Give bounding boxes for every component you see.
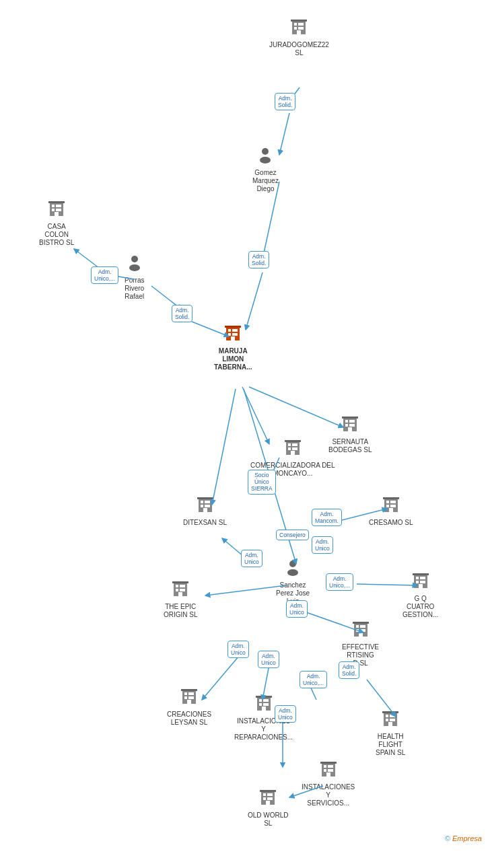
svg-rect-118 [360, 629, 363, 632]
node-sanchez-perez[interactable]: Sanchez Perez Jose Luis [276, 557, 310, 606]
badge-adm-unico-casa[interactable]: Adm.Unico,... [91, 266, 118, 284]
building-icon-effective [351, 619, 370, 641]
svg-rect-117 [356, 629, 359, 632]
badge-adm-unico-11[interactable]: Adm.Unico [286, 600, 308, 618]
node-effective-rtising[interactable]: EFFECTIVE RTISING D SL [342, 619, 379, 667]
svg-rect-71 [292, 447, 295, 450]
svg-rect-146 [392, 719, 395, 721]
svg-line-2 [279, 113, 289, 155]
label-the-epic-origin: THE EPIC ORIGIN SL [164, 603, 198, 619]
svg-rect-76 [201, 501, 203, 503]
badge-adm-mancom[interactable]: Adm.Mancom. [312, 509, 342, 526]
svg-rect-31 [298, 27, 301, 30]
svg-point-46 [131, 256, 138, 262]
building-icon-epic-origin [171, 579, 190, 601]
svg-rect-72 [295, 447, 298, 450]
svg-rect-160 [267, 793, 270, 796]
svg-rect-111 [419, 584, 423, 588]
svg-rect-116 [363, 625, 365, 628]
svg-rect-155 [330, 769, 333, 772]
svg-rect-148 [382, 711, 398, 713]
svg-rect-28 [298, 23, 301, 26]
svg-rect-34 [291, 20, 307, 22]
svg-rect-142 [390, 715, 392, 717]
svg-rect-128 [191, 696, 194, 699]
svg-rect-96 [176, 585, 178, 587]
svg-rect-154 [328, 769, 330, 772]
badge-adm-solid-1[interactable]: Adm.Solid. [275, 93, 295, 110]
building-icon-creaciones [180, 686, 199, 709]
badge-adm-unico-12[interactable]: Adm.Unico [228, 641, 249, 658]
node-old-world[interactable]: OLD WORLD SL [248, 787, 289, 828]
svg-line-9 [242, 387, 269, 444]
node-gomez-marquez[interactable]: Gomez Marquez Diego [252, 145, 279, 193]
svg-rect-145 [390, 719, 392, 721]
node-casa-colon[interactable]: CASA COLON BISTRO SL [39, 198, 74, 247]
label-casa-colon: CASA COLON BISTRO SL [39, 223, 74, 247]
svg-rect-32 [301, 27, 304, 30]
svg-rect-123 [184, 692, 187, 695]
node-the-epic-origin[interactable]: THE EPIC ORIGIN SL [164, 579, 198, 619]
node-sernauta[interactable]: SERNAUTA BODEGAS SL [328, 414, 372, 454]
badge-socio-unico[interactable]: SocioÚnicoSIERRA [248, 470, 276, 495]
badge-consejero[interactable]: Consejero [276, 530, 309, 540]
badge-adm-solid-porras[interactable]: Adm.Solid. [172, 305, 193, 322]
label-sernauta: SERNAUTA BODEGAS SL [328, 438, 372, 454]
svg-rect-90 [393, 505, 396, 507]
label-maruja-limon: MARUJA LIMON TABERNA... [214, 347, 252, 371]
svg-rect-60 [352, 420, 355, 423]
badge-adm-unico-10[interactable]: Adm.Unico,... [326, 573, 353, 591]
badge-adm-unico-13[interactable]: Adm.Unico [258, 651, 279, 668]
svg-rect-27 [294, 23, 297, 26]
svg-rect-124 [188, 692, 191, 695]
svg-rect-112 [413, 573, 429, 575]
svg-rect-85 [386, 501, 389, 503]
svg-rect-151 [328, 765, 330, 768]
node-ditexsan[interactable]: DITEXSAN SL [183, 495, 227, 527]
node-juradogomez[interactable]: JURADOGOMEZ22 SL [269, 17, 329, 57]
svg-rect-73 [291, 451, 295, 455]
svg-rect-114 [356, 625, 359, 628]
node-gq-cuatro[interactable]: G Q CUATRO GESTION... [403, 571, 438, 619]
node-porras-rivero[interactable]: Porras Rivero Rafael [125, 252, 144, 301]
svg-rect-156 [326, 772, 330, 776]
svg-rect-132 [259, 699, 262, 702]
building-icon-ditexsan [196, 495, 215, 517]
svg-rect-100 [180, 589, 182, 591]
node-health-flight[interactable]: HEALTH FLIGHT SPAIN SL [376, 709, 405, 757]
badge-adm-unico-9[interactable]: Adm.Unico [241, 550, 262, 567]
svg-rect-141 [386, 715, 388, 717]
badge-adm-solid-2[interactable]: Adm.Solid. [248, 251, 269, 268]
svg-rect-65 [342, 417, 358, 419]
svg-rect-152 [330, 765, 333, 768]
svg-rect-108 [416, 581, 419, 583]
svg-rect-38 [52, 205, 55, 207]
label-porras-rivero: Porras Rivero Rafael [125, 277, 144, 301]
label-juradogomez: JURADOGOMEZ22 SL [269, 41, 329, 57]
svg-rect-121 [353, 622, 369, 624]
badge-adm-unico-8[interactable]: Adm.Unico [312, 536, 333, 554]
svg-rect-147 [388, 722, 392, 726]
svg-rect-41 [52, 209, 55, 211]
building-icon-cresamo [382, 495, 400, 517]
svg-rect-101 [182, 589, 185, 591]
svg-rect-83 [197, 497, 213, 499]
svg-rect-126 [184, 696, 187, 699]
svg-rect-157 [320, 762, 337, 764]
svg-rect-43 [59, 209, 61, 211]
building-icon-comercializadora [283, 437, 302, 460]
svg-rect-136 [263, 703, 266, 706]
svg-rect-69 [295, 443, 298, 446]
node-cresamo[interactable]: CRESAMO SL [369, 495, 413, 527]
svg-rect-120 [359, 632, 363, 637]
node-maruja-limon[interactable]: MARUJA LIMON TABERNA... [214, 323, 252, 371]
building-icon-gq-cuatro [411, 571, 430, 593]
badge-effective-adm-solid[interactable]: Adm.Solid. [339, 661, 359, 679]
node-creaciones-leysan[interactable]: CREACIONES LEYSAN SL [167, 686, 211, 727]
svg-rect-97 [180, 585, 182, 587]
node-instalaciones-servicios[interactable]: INSTALACIONES Y SERVICIOS... [302, 759, 355, 807]
svg-rect-51 [235, 329, 238, 332]
badge-adm-unico-14[interactable]: Adm.Unico,... [300, 671, 327, 688]
svg-rect-68 [292, 443, 295, 446]
badge-adm-unico-15[interactable]: Adm.Unico [275, 705, 296, 723]
